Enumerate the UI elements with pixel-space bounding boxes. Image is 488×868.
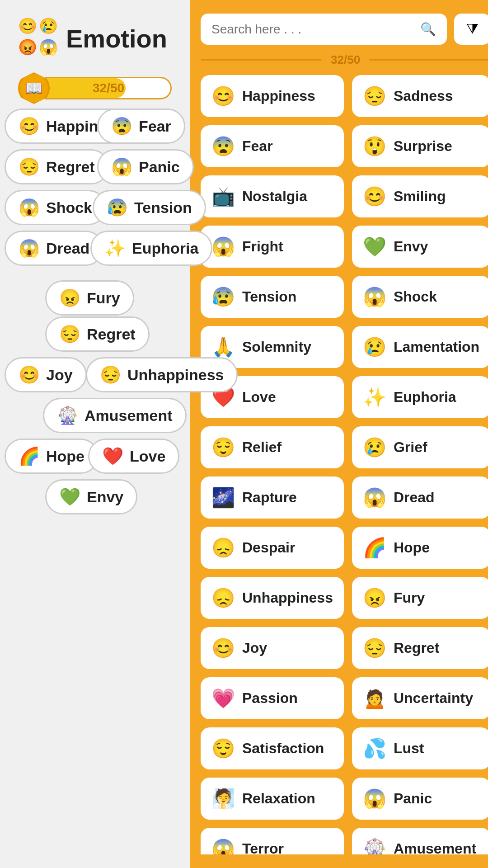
card-label: Relaxation — [242, 790, 315, 807]
emotion-card-amusement[interactable]: 🎡Amusement — [352, 828, 488, 854]
emotion-card-happiness[interactable]: 😊Happiness — [201, 75, 344, 117]
emotion-card-euphoria[interactable]: ✨Euphoria — [352, 376, 488, 418]
card-label: Lust — [394, 740, 424, 757]
chip-emoji: 🎡 — [57, 406, 78, 425]
chip-regret2[interactable]: 😔 Regret — [45, 316, 150, 352]
emotion-card-despair[interactable]: 😞Despair — [201, 527, 344, 569]
app-title: Emotion — [66, 24, 167, 53]
emotion-card-panic[interactable]: 😱Panic — [352, 778, 488, 820]
chip-emoji: 😔 — [19, 157, 40, 177]
chip-label: Joy — [46, 366, 73, 384]
emotion-card-nostalgia[interactable]: 📺Nostalgia — [201, 175, 344, 217]
card-emoji: 😞 — [211, 587, 235, 609]
emotion-card-joy[interactable]: 😊Joy — [201, 627, 344, 669]
card-emoji: 💚 — [363, 236, 386, 258]
emotion-card-envy[interactable]: 💚Envy — [352, 226, 488, 268]
emotion-card-hope[interactable]: 🌈Hope — [352, 527, 488, 569]
card-label: Rapture — [242, 489, 297, 506]
card-emoji: 😱 — [363, 486, 386, 509]
card-label: Unhappiness — [242, 590, 333, 606]
card-label: Uncertainty — [394, 690, 473, 707]
chip-hope[interactable]: 🌈 Hope — [5, 439, 99, 474]
emotion-card-uncertainty[interactable]: 🙍Uncertainty — [352, 677, 488, 719]
search-input-wrap[interactable]: 🔍 — [201, 14, 447, 45]
card-emoji: 😔 — [363, 85, 386, 107]
chip-label: Dread — [46, 240, 89, 257]
card-label: Regret — [394, 640, 439, 656]
chip-fury[interactable]: 😠 Fury — [45, 280, 134, 316]
emotion-card-fright[interactable]: 😱Fright — [201, 226, 344, 268]
card-emoji: 🧖 — [211, 788, 235, 810]
card-emoji: 🙏 — [211, 336, 235, 358]
card-label: Surprise — [394, 138, 452, 155]
chip-euphoria[interactable]: ✨ Euphoria — [90, 231, 212, 266]
progress-bar-container: 📖 32/50 — [18, 72, 172, 104]
chip-emoji: 😔 — [59, 324, 80, 344]
chip-label: Shock — [46, 199, 92, 217]
card-label: Relief — [242, 439, 282, 456]
card-emoji: 😊 — [363, 185, 386, 208]
chip-emoji: 😰 — [107, 198, 128, 217]
emotion-card-fear[interactable]: 😨Fear — [201, 125, 344, 167]
chip-envy[interactable]: 💚 Envy — [45, 479, 137, 514]
card-emoji: 😱 — [211, 236, 235, 258]
search-row: 🔍 ⧩ — [201, 14, 488, 45]
chip-shock[interactable]: 😱 Shock — [5, 190, 106, 225]
logo-emoji-4: 😱 — [39, 39, 58, 59]
chip-emoji: ✨ — [104, 238, 126, 258]
chip-unhappiness[interactable]: 😔 Unhappiness — [86, 357, 238, 392]
card-emoji: 😨 — [211, 135, 235, 157]
chip-tension[interactable]: 😰 Tension — [93, 190, 206, 225]
emotion-card-tension[interactable]: 😰Tension — [201, 276, 344, 318]
progress-line-right — [369, 59, 488, 61]
search-icon: 🔍 — [420, 22, 436, 37]
grid-scroll[interactable]: 😊Happiness😔Sadness😨Fear😲Surprise📺Nostalg… — [201, 75, 488, 854]
emotion-card-unhappiness[interactable]: 😞Unhappiness — [201, 577, 344, 619]
emotion-card-lamentation[interactable]: 😢Lamentation — [352, 326, 488, 368]
chip-label: Regret — [87, 326, 136, 343]
emotion-card-rapture[interactable]: 🌌Rapture — [201, 476, 344, 519]
card-label: Fear — [242, 138, 273, 155]
emotion-card-shock[interactable]: 😱Shock — [352, 276, 488, 318]
card-emoji: 😞 — [211, 537, 235, 559]
emotion-card-relaxation[interactable]: 🧖Relaxation — [201, 778, 344, 820]
chip-fear[interactable]: 😨 Fear — [97, 108, 185, 144]
card-label: Tension — [242, 288, 296, 305]
emotion-card-terror[interactable]: 😱Terror — [201, 828, 344, 854]
search-input[interactable] — [211, 22, 415, 37]
emotion-card-relief[interactable]: 😌Relief — [201, 426, 344, 468]
emotion-grid: 😊Happiness😔Sadness😨Fear😲Surprise📺Nostalg… — [201, 75, 488, 854]
chip-label: Envy — [87, 488, 123, 506]
chip-emoji: 😊 — [19, 365, 40, 385]
card-emoji: 😢 — [363, 436, 386, 458]
emotion-card-passion[interactable]: 💗Passion — [201, 677, 344, 719]
filter-button[interactable]: ⧩ — [454, 14, 488, 45]
chip-emoji: 😊 — [19, 116, 40, 136]
emotion-card-grief[interactable]: 😢Grief — [352, 426, 488, 468]
card-label: Terror — [242, 840, 284, 854]
card-label: Shock — [394, 288, 437, 305]
emotion-card-surprise[interactable]: 😲Surprise — [352, 125, 488, 167]
filter-icon: ⧩ — [466, 21, 479, 38]
chip-panic[interactable]: 😱 Panic — [97, 149, 194, 184]
chip-dread[interactable]: 😱 Dread — [5, 231, 103, 266]
emotion-card-fury[interactable]: 😠Fury — [352, 577, 488, 619]
emotion-card-sadness[interactable]: 😔Sadness — [352, 75, 488, 117]
card-label: Nostalgia — [242, 188, 307, 205]
chip-regret[interactable]: 😔 Regret — [5, 149, 109, 184]
chip-amusement[interactable]: 🎡 Amusement — [43, 398, 187, 433]
chip-joy[interactable]: 😊 Joy — [5, 357, 87, 392]
emotion-card-smiling[interactable]: 😊Smiling — [352, 175, 488, 217]
emotion-card-lust[interactable]: 💦Lust — [352, 727, 488, 769]
emotion-card-regret[interactable]: 😔Regret — [352, 627, 488, 669]
card-emoji: 💦 — [363, 737, 386, 760]
emotion-card-satisfaction[interactable]: 😌Satisfaction — [201, 727, 344, 769]
card-emoji: 🌌 — [211, 486, 235, 509]
card-emoji: 💗 — [211, 687, 235, 709]
chip-emoji: ❤️ — [102, 446, 123, 466]
card-emoji: 😠 — [363, 587, 386, 609]
emotion-card-dread[interactable]: 😱Dread — [352, 476, 488, 519]
card-emoji: 🙍 — [363, 687, 386, 709]
chip-love[interactable]: ❤️ Love — [88, 439, 179, 474]
card-emoji: 😲 — [363, 135, 386, 157]
